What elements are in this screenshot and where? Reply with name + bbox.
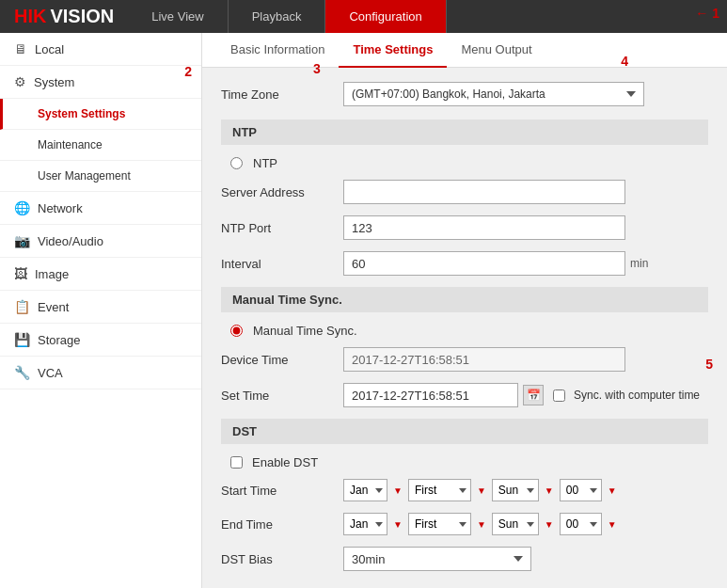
start-time-row: Start Time JanFebMar ▼ FirstSecondLast ▼… — [221, 479, 708, 501]
nav-configuration[interactable]: Configuration — [325, 0, 446, 33]
device-time-row: Device Time — [221, 347, 708, 372]
nav-playback[interactable]: Playback — [229, 0, 326, 33]
storage-icon: 💾 — [14, 332, 30, 347]
set-time-label: Set Time — [221, 389, 343, 403]
sidebar-item-system[interactable]: ⚙ System — [0, 66, 201, 99]
end-month-arrow-icon: ▼ — [393, 519, 403, 530]
end-month-select[interactable]: JanFeb — [343, 513, 387, 535]
tab-time-settings[interactable]: Time Settings — [339, 33, 447, 68]
timezone-row: Time Zone (GMT+07:00) Bangkok, Hanoi, Ja… — [221, 82, 708, 106]
sync-checkbox[interactable] — [553, 389, 565, 402]
footer: 💾 Save 6 ← — [221, 582, 708, 588]
server-address-input[interactable] — [343, 180, 625, 204]
timezone-select[interactable]: (GMT+07:00) Bangkok, Hanoi, Jakarta — [343, 82, 644, 106]
end-week-select[interactable]: FirstSecond — [408, 513, 471, 535]
main-layout: 🖥 Local ⚙ System 2 System Settings Maint… — [0, 33, 727, 588]
sidebar-item-image[interactable]: 🖼 Image — [0, 258, 201, 291]
start-day-select[interactable]: SunMonTue — [492, 479, 539, 501]
end-week-arrow-icon: ▼ — [477, 519, 486, 530]
ntp-port-input[interactable] — [343, 215, 625, 240]
dst-section-header: DST — [221, 419, 708, 444]
start-time-label: Start Time — [221, 484, 343, 498]
manual-radio-row: Manual Time Sync. — [230, 324, 708, 338]
server-address-label: Server Address — [221, 185, 343, 199]
sidebar: 🖥 Local ⚙ System 2 System Settings Maint… — [0, 33, 202, 588]
logo-white: VISION — [50, 6, 114, 27]
event-icon: 📋 — [14, 299, 30, 314]
tab-basic-information[interactable]: Basic Information — [216, 33, 339, 68]
ntp-port-label: NTP Port — [221, 221, 343, 235]
dst-section: DST Enable DST Start Time JanFebMar ▼ Fi… — [221, 419, 708, 571]
manual-section-header: Manual Time Sync. — [221, 287, 708, 312]
image-icon: 🖼 — [14, 266, 27, 281]
interval-label: Interval — [221, 257, 343, 271]
sync-label: Sync. with computer time — [574, 389, 700, 402]
start-time-controls: JanFebMar ▼ FirstSecondLast ▼ SunMonTue … — [343, 479, 617, 501]
tab-bar: Basic Information Time Settings Menu Out… — [202, 33, 727, 68]
sidebar-item-event[interactable]: 📋 Event — [0, 291, 201, 324]
sidebar-item-system-settings[interactable]: System Settings — [0, 99, 201, 130]
server-address-row: Server Address — [221, 180, 708, 204]
ntp-section: NTP NTP Server Address NTP Port — [221, 119, 708, 276]
nav-items: Live View Playback Configuration — [128, 0, 727, 33]
nav-liveview[interactable]: Live View — [128, 0, 228, 33]
start-month-arrow-icon: ▼ — [393, 485, 403, 496]
interval-row: Interval min — [221, 251, 708, 276]
sidebar-item-user-management[interactable]: User Management — [0, 161, 201, 192]
start-hour-arrow-icon: ▼ — [608, 485, 617, 496]
set-time-row: Set Time 📅 Sync. with computer time 5 — [221, 383, 708, 407]
enable-dst-label: Enable DST — [252, 455, 318, 469]
tab-menu-output[interactable]: Menu Output — [447, 33, 545, 68]
device-time-label: Device Time — [221, 353, 343, 367]
vca-icon: 🔧 — [14, 365, 30, 380]
sidebar-item-vca[interactable]: 🔧 VCA — [0, 357, 201, 389]
sidebar-item-videoaudio[interactable]: 📷 Video/Audio — [0, 225, 201, 258]
content-area: Basic Information Time Settings Menu Out… — [202, 33, 727, 588]
timezone-label: Time Zone — [221, 87, 343, 102]
start-week-select[interactable]: FirstSecondLast — [408, 479, 471, 501]
end-day-select[interactable]: SunMon — [492, 513, 539, 535]
monitor-icon: 🖥 — [14, 41, 27, 56]
end-hour-select[interactable]: 0001 — [560, 513, 602, 535]
start-day-arrow-icon: ▼ — [545, 485, 554, 496]
set-time-input[interactable] — [343, 383, 518, 407]
end-day-arrow-icon: ▼ — [545, 519, 554, 530]
sidebar-item-network[interactable]: 🌐 Network — [0, 192, 201, 225]
ntp-section-header: NTP — [221, 119, 708, 145]
end-time-row: End Time JanFeb ▼ FirstSecond ▼ SunMon ▼… — [221, 513, 708, 535]
calendar-icon[interactable]: 📅 — [523, 385, 544, 405]
network-icon: 🌐 — [14, 200, 30, 215]
end-time-label: End Time — [221, 517, 343, 532]
manual-radio-label: Manual Time Sync. — [253, 324, 357, 338]
dst-bias-label: DST Bias — [221, 552, 343, 566]
sidebar-item-storage[interactable]: 💾 Storage — [0, 324, 201, 357]
start-month-select[interactable]: JanFebMar — [343, 479, 387, 501]
form-content: Time Zone (GMT+07:00) Bangkok, Hanoi, Ja… — [202, 68, 727, 588]
dst-bias-row: DST Bias 30min 60min — [221, 547, 708, 571]
end-hour-arrow-icon: ▼ — [608, 519, 617, 530]
interval-unit: min — [630, 257, 648, 270]
start-week-arrow-icon: ▼ — [477, 485, 486, 496]
manual-radio[interactable] — [230, 325, 243, 337]
gear-icon: ⚙ — [14, 74, 26, 89]
logo: HIKVISION — [0, 6, 128, 27]
manual-section: Manual Time Sync. Manual Time Sync. Devi… — [221, 287, 708, 407]
end-time-controls: JanFeb ▼ FirstSecond ▼ SunMon ▼ 0001 ▼ — [343, 513, 617, 535]
ntp-radio-row: NTP — [230, 156, 708, 170]
ntp-radio-label: NTP — [253, 156, 277, 170]
start-hour-select[interactable]: 0001 — [560, 479, 602, 501]
set-time-controls: 📅 Sync. with computer time — [343, 383, 700, 407]
enable-dst-row: Enable DST — [230, 455, 708, 469]
interval-input[interactable] — [343, 251, 625, 276]
ntp-radio[interactable] — [230, 157, 243, 169]
enable-dst-checkbox[interactable] — [230, 456, 243, 469]
sync-checkbox-row: Sync. with computer time — [553, 389, 700, 402]
sidebar-item-local[interactable]: 🖥 Local — [0, 33, 201, 66]
ntp-port-row: NTP Port — [221, 215, 708, 240]
top-nav: HIKVISION Live View Playback Configurati… — [0, 0, 727, 33]
device-time-input — [343, 347, 625, 372]
sidebar-item-maintenance[interactable]: Maintenance — [0, 130, 201, 161]
logo-red: HIK — [14, 6, 46, 27]
camera-icon: 📷 — [14, 233, 30, 248]
dst-bias-select[interactable]: 30min 60min — [343, 547, 531, 571]
